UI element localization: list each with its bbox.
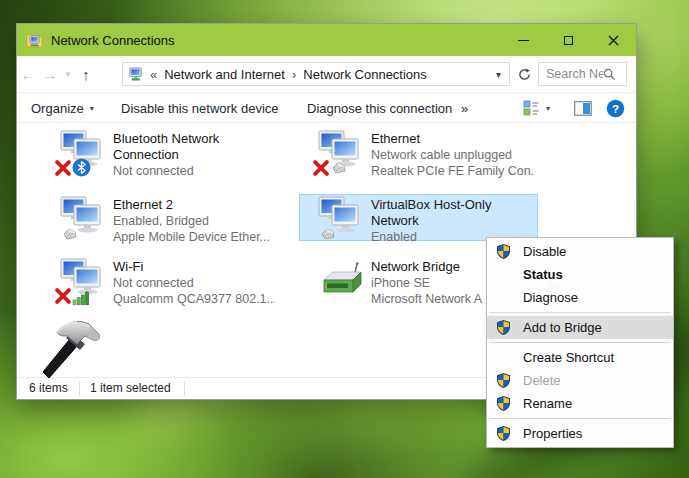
details-view-icon xyxy=(523,100,540,117)
connection-name: VirtualBox Host-Only Network xyxy=(371,197,533,229)
connection-status: Enabled, Bridged xyxy=(113,213,275,229)
search-input[interactable] xyxy=(539,67,603,81)
title-bar[interactable]: Network Connections xyxy=(17,24,636,56)
connection-name: Ethernet xyxy=(371,131,533,147)
hammer-cursor-icon xyxy=(33,314,107,380)
help-button[interactable]: ? xyxy=(606,93,625,123)
address-bar[interactable]: « Network and Internet › Network Connect… xyxy=(122,62,510,86)
menu-item-label: Delete xyxy=(523,373,561,388)
context-menu-item-add-to-bridge[interactable]: Add to Bridge xyxy=(487,316,673,339)
maximize-icon xyxy=(564,36,573,45)
help-icon: ? xyxy=(606,99,625,118)
menu-separator xyxy=(489,312,671,313)
connection-name: Bluetooth Network Connection xyxy=(113,131,275,163)
connection-device: Realtek PCIe FE Family Con... xyxy=(371,163,533,179)
breadcrumb-item-network-and-internet[interactable]: Network and Internet xyxy=(164,67,285,82)
maximize-button[interactable] xyxy=(546,24,591,56)
uac-shield-icon xyxy=(495,372,512,389)
context-menu-item-rename[interactable]: Rename xyxy=(487,392,673,415)
ethernet-plug-icon xyxy=(319,225,337,243)
context-menu-item-delete[interactable]: Delete xyxy=(487,369,673,392)
minimize-icon xyxy=(518,40,529,41)
refresh-button[interactable] xyxy=(514,64,534,84)
bluetooth-icon xyxy=(72,158,91,177)
uac-shield-icon xyxy=(495,425,512,442)
diagnose-connection-button[interactable]: Diagnose this connection xyxy=(307,93,452,123)
organize-dropdown-chevron: ▾ xyxy=(90,104,94,113)
menu-item-label: Add to Bridge xyxy=(523,320,602,335)
navigation-bar: ← → ▾ ↑ « Network and Internet › Network… xyxy=(17,56,636,93)
view-dropdown-chevron[interactable]: ▾ xyxy=(546,104,550,113)
forward-button[interactable]: → xyxy=(39,66,61,83)
items-count: 6 items xyxy=(29,381,68,395)
red-x-icon xyxy=(55,288,71,304)
organize-button[interactable]: Organize ▾ xyxy=(31,93,94,123)
context-menu: Disable Status Diagnose Add to Bridge Cr… xyxy=(486,237,674,448)
disable-device-label: Disable this network device xyxy=(121,101,279,116)
minimize-button[interactable] xyxy=(501,24,546,56)
status-separator xyxy=(184,381,185,396)
red-x-icon xyxy=(55,160,71,176)
connection-status: Not connected xyxy=(113,163,275,179)
selection-count: 1 item selected xyxy=(90,381,171,395)
window-title: Network Connections xyxy=(51,33,175,48)
uac-shield-icon xyxy=(495,243,512,260)
address-dropdown-chevron[interactable]: ▾ xyxy=(488,69,509,80)
diagnose-connection-label: Diagnose this connection xyxy=(307,101,452,116)
connection-name: Ethernet 2 xyxy=(113,197,275,213)
connection-tile-bluetooth[interactable]: Bluetooth Network Connection Not connect… xyxy=(41,128,280,175)
connection-tile-ethernet[interactable]: Ethernet Network cable unplugged Realtek… xyxy=(299,128,538,175)
close-icon xyxy=(608,35,619,46)
back-button[interactable]: ← xyxy=(17,66,39,83)
uac-shield-icon xyxy=(495,395,512,412)
connection-device: Qualcomm QCA9377 802.1... xyxy=(113,291,275,307)
up-button[interactable]: ↑ xyxy=(75,66,97,83)
context-menu-item-properties[interactable]: Properties xyxy=(487,422,673,445)
disable-device-button[interactable]: Disable this network device xyxy=(121,93,279,123)
wifi-bars-icon xyxy=(72,290,90,305)
menu-separator xyxy=(489,418,671,419)
preview-pane-icon xyxy=(574,101,592,116)
organize-label: Organize xyxy=(31,101,84,116)
breadcrumb-overflow[interactable]: « xyxy=(150,67,157,82)
bridge-device-icon xyxy=(317,258,367,300)
more-commands-chevron-icon: » xyxy=(461,101,468,116)
connection-device: Apple Mobile Device Ether... xyxy=(113,229,275,245)
context-menu-item-diagnose[interactable]: Diagnose xyxy=(487,286,673,309)
menu-item-label: Create Shortcut xyxy=(523,350,614,365)
close-button[interactable] xyxy=(591,24,636,56)
connection-tile-virtualbox-host-only[interactable]: VirtualBox Host-Only Network Enabled xyxy=(299,194,538,241)
address-location-icon xyxy=(128,67,144,82)
ethernet-plug-icon xyxy=(61,225,79,243)
menu-item-label: Status xyxy=(523,267,563,282)
red-x-icon xyxy=(313,160,329,176)
ethernet-plug-icon xyxy=(330,159,348,177)
connection-tile-wifi[interactable]: Wi-Fi Not connected Qualcomm QCA9377 802… xyxy=(41,256,280,303)
search-box[interactable] xyxy=(538,62,627,86)
breadcrumb-separator-icon: › xyxy=(292,67,296,82)
connection-status: Not connected xyxy=(113,275,275,291)
search-icon[interactable] xyxy=(603,68,616,81)
preview-pane-button[interactable] xyxy=(574,93,592,123)
network-connections-folder-icon xyxy=(26,32,43,48)
status-separator xyxy=(79,381,80,396)
connection-status: Network cable unplugged xyxy=(371,147,533,163)
context-menu-item-disable[interactable]: Disable xyxy=(487,240,673,263)
uac-shield-icon xyxy=(495,319,512,336)
breadcrumb-item-network-connections[interactable]: Network Connections xyxy=(303,67,427,82)
connection-tile-ethernet-2[interactable]: Ethernet 2 Enabled, Bridged Apple Mobile… xyxy=(41,194,280,241)
menu-item-label: Diagnose xyxy=(523,290,578,305)
more-commands-button[interactable]: » xyxy=(461,93,468,123)
menu-item-label: Disable xyxy=(523,244,566,259)
connection-name: Wi-Fi xyxy=(113,259,275,275)
menu-item-label: Properties xyxy=(523,426,582,441)
menu-separator xyxy=(489,342,671,343)
menu-item-label: Rename xyxy=(523,396,572,411)
svg-text:?: ? xyxy=(612,102,619,114)
command-bar: Organize ▾ Disable this network device D… xyxy=(17,93,636,123)
refresh-icon xyxy=(518,68,531,81)
recent-locations-chevron[interactable]: ▾ xyxy=(61,69,75,79)
change-view-button[interactable]: ▾ xyxy=(523,93,550,123)
context-menu-item-create-shortcut[interactable]: Create Shortcut xyxy=(487,346,673,369)
context-menu-item-status[interactable]: Status xyxy=(487,263,673,286)
